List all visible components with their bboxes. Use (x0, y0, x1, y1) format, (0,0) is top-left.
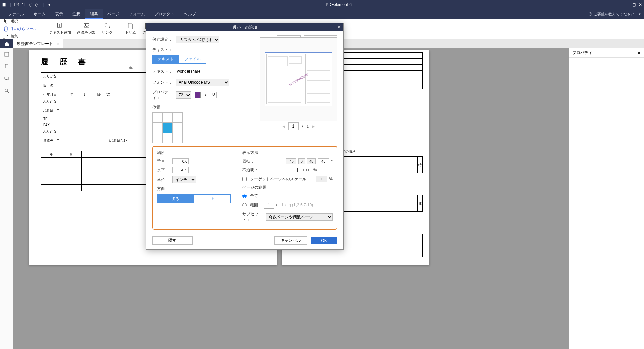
tab-label: 履歴書テンプレート (17, 41, 53, 47)
home-tab[interactable] (0, 39, 13, 48)
chevron-down-icon: ▾ (639, 12, 641, 16)
window-controls: — ▢ ✕ (626, 2, 642, 7)
svg-point-8 (85, 24, 86, 26)
dialog-close-icon[interactable]: ✕ (337, 24, 341, 30)
preview-panel: wondershare (260, 37, 337, 48)
document-tab[interactable]: 履歴書テンプレート ✕ (13, 39, 63, 48)
menubar: ファイル ホーム 表示 注釈 編集 ページ フォーム プロテクト ヘルプ ご要望… (0, 9, 644, 19)
menu-form[interactable]: フォーム (124, 9, 150, 19)
save-preset-select[interactable]: [カスタム-保存されて (176, 36, 219, 43)
svg-text:T: T (58, 24, 60, 28)
svg-rect-3 (23, 3, 24, 4)
mail-icon[interactable] (14, 2, 19, 7)
menu-protect[interactable]: プロテクト (150, 9, 179, 19)
app-title: PDFelement 6 (52, 2, 626, 7)
menu-page[interactable]: ページ (103, 9, 124, 19)
ribbon-hand[interactable]: 手のひらツール (3, 26, 37, 32)
ribbon-link[interactable]: リンク (102, 22, 113, 35)
dialog-title: 透かしの追加 (233, 24, 257, 30)
maximize-icon[interactable]: ▢ (632, 2, 636, 7)
ribbon-edit[interactable]: 編集 (3, 33, 18, 40)
ribbon-trim[interactable]: トリム (125, 22, 136, 35)
feedback-link[interactable]: ご要望を教えてください... ▾ (588, 12, 641, 17)
quick-access: | | ▾ (2, 2, 52, 7)
ribbon-text-add[interactable]: T テキスト追加 (49, 22, 71, 35)
watermark-dialog: 透かしの追加 ✕ 保存設定： [カスタム-保存されて 削除 設定を保存 テキスト… (146, 23, 344, 48)
svg-rect-0 (3, 3, 6, 7)
feedback-text: ご要望を教えてください... (594, 12, 637, 17)
close-icon[interactable]: ✕ (639, 2, 642, 7)
redo-icon[interactable] (35, 2, 39, 7)
tab-add[interactable]: ＋ (63, 41, 73, 47)
menu-edit[interactable]: 編集 (85, 9, 103, 19)
menu-comment[interactable]: 注釈 (68, 9, 85, 19)
ribbon-image-add[interactable]: 画像を追加 (77, 22, 96, 35)
print-icon[interactable] (21, 2, 26, 7)
undo-icon[interactable] (28, 2, 33, 7)
app-icon (2, 2, 7, 7)
dialog-titlebar: 透かしの追加 ✕ (146, 23, 343, 31)
dropdown-icon[interactable]: ▾ (47, 2, 52, 7)
menu-help[interactable]: ヘルプ (179, 9, 201, 19)
ribbon-select[interactable]: 選択 (3, 18, 18, 25)
svg-rect-2 (22, 4, 25, 6)
menu-home[interactable]: ホーム (29, 9, 50, 19)
menu-view[interactable]: 表示 (50, 9, 68, 19)
menu-file[interactable]: ファイル (3, 9, 29, 19)
save-setting-label: 保存設定： (152, 37, 172, 42)
minimize-icon[interactable]: — (626, 2, 630, 7)
titlebar: | | ▾ PDFelement 6 — ▢ ✕ (0, 0, 644, 9)
tab-close-icon[interactable]: ✕ (56, 41, 60, 46)
ribbon-select-group: 選択 手のひらツール 編集 (3, 18, 37, 40)
